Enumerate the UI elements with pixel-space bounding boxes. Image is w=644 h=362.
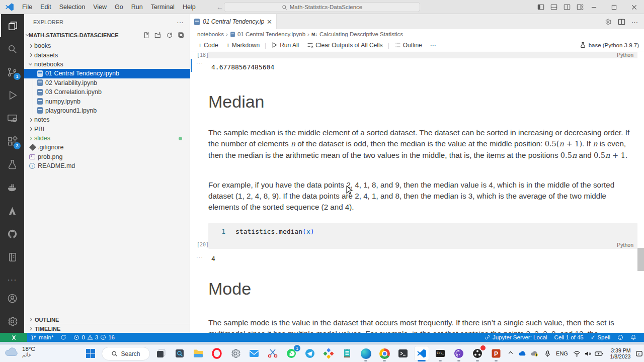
- tree-item-gitignore[interactable]: .gitignore: [24, 143, 190, 152]
- kernel-picker-button[interactable]: base (Python 3.9.7): [580, 42, 639, 48]
- edge-icon[interactable]: [359, 346, 373, 360]
- feedback-icon[interactable]: [614, 334, 627, 340]
- code-cell-bottom-strip[interactable]: Python: [208, 52, 637, 58]
- output-collapse-dots[interactable]: ···: [196, 60, 203, 66]
- maximize-button[interactable]: [604, 0, 624, 14]
- volume-muted-icon[interactable]: [583, 346, 593, 360]
- notebook-icon[interactable]: [0, 245, 24, 268]
- output-collapse-dots[interactable]: ···: [196, 254, 203, 260]
- minimize-button[interactable]: [584, 0, 604, 14]
- menu-edit[interactable]: Edit: [36, 0, 55, 14]
- clear-outputs-button[interactable]: Clear Outputs of All Cells: [304, 42, 385, 49]
- toggle-panel-icon[interactable]: [550, 4, 557, 11]
- chrome-icon[interactable]: [377, 346, 391, 360]
- onedrive-icon[interactable]: [517, 346, 528, 360]
- root-folder-row[interactable]: MATH-STATISTICS-DATASCIENCE: [24, 30, 190, 40]
- tree-item-02-variability[interactable]: 02 Variability.ipynb: [24, 78, 190, 87]
- tree-item-readme[interactable]: iREADME.md: [24, 161, 190, 170]
- menu-view[interactable]: View: [89, 0, 111, 14]
- tab-more-icon[interactable]: ···: [631, 18, 638, 26]
- jupyter-server-item[interactable]: Jupyter Server: Local: [481, 334, 551, 340]
- split-editor-icon[interactable]: [618, 18, 625, 26]
- spell-check-item[interactable]: ✓Spell: [587, 334, 614, 341]
- microphone-icon[interactable]: [542, 346, 552, 360]
- menu-terminal[interactable]: Terminal: [147, 0, 179, 14]
- collapse-all-icon[interactable]: [178, 32, 185, 39]
- menu-go[interactable]: Go: [111, 0, 127, 14]
- outline-button[interactable]: Outline: [391, 42, 425, 49]
- run-all-button[interactable]: Run All: [268, 42, 302, 49]
- add-markdown-cell-button[interactable]: +Markdown: [223, 42, 263, 49]
- telegram-icon[interactable]: [303, 346, 317, 360]
- clock-widget[interactable]: 3:39 PM 1/8/2023: [606, 346, 635, 360]
- cloud-warning-icon[interactable]: !: [529, 346, 540, 360]
- menu-run[interactable]: Run: [127, 0, 147, 14]
- terminal-icon[interactable]: [396, 346, 410, 360]
- taskbar-search[interactable]: Search: [102, 347, 150, 360]
- outline-panel-header[interactable]: OUTLINE: [24, 315, 190, 324]
- customize-layout-icon[interactable]: [577, 4, 584, 11]
- add-code-cell-button[interactable]: +Code: [195, 42, 221, 49]
- tree-item-slides[interactable]: slides: [24, 134, 190, 143]
- tree-item-notes[interactable]: notes: [24, 115, 190, 124]
- tree-item-03-correlation[interactable]: 03 Correlation.ipynb: [24, 87, 190, 97]
- tab-central-tendency[interactable]: 01 Central Tendency.ipynb ✕: [190, 14, 277, 29]
- source-control-icon[interactable]: 1: [0, 60, 24, 83]
- remote-indicator[interactable]: [0, 333, 27, 342]
- docker-icon[interactable]: [0, 176, 24, 199]
- gear-icon[interactable]: [604, 18, 612, 26]
- new-file-icon[interactable]: [143, 32, 150, 39]
- git-branch-item[interactable]: main*: [27, 334, 57, 340]
- snipping-tool-icon[interactable]: [266, 346, 280, 360]
- run-debug-icon[interactable]: [0, 83, 24, 107]
- language-indicator[interactable]: ENG: [553, 346, 571, 360]
- testing-icon[interactable]: [0, 153, 24, 176]
- tree-item-numpy[interactable]: numpy.ipynb: [24, 97, 190, 106]
- wifi-icon[interactable]: [572, 346, 582, 360]
- command-center-search[interactable]: Math-Statistics-DataScience: [224, 2, 420, 12]
- github-desktop-icon[interactable]: [452, 346, 466, 360]
- menu-help[interactable]: Help: [179, 0, 200, 14]
- breadcrumb-file[interactable]: 01 Central Tendency.ipynb: [237, 31, 305, 37]
- menu-selection[interactable]: Selection: [55, 0, 89, 14]
- sync-item[interactable]: [57, 334, 70, 340]
- weather-widget[interactable]: 18°C غائم: [4, 346, 35, 357]
- powerpoint-icon[interactable]: P: [489, 346, 503, 360]
- refresh-icon[interactable]: [166, 32, 173, 39]
- tree-item-playground1[interactable]: playground1.ipynb: [24, 106, 190, 115]
- tab-close-icon[interactable]: ✕: [267, 18, 272, 26]
- notepad-icon[interactable]: [340, 346, 354, 360]
- whatsapp-icon[interactable]: 1: [284, 346, 298, 360]
- nav-back-icon[interactable]: ←: [216, 3, 223, 11]
- vscode-icon[interactable]: [415, 346, 429, 360]
- close-button[interactable]: [624, 0, 644, 14]
- tray-chevron-up-icon[interactable]: [506, 346, 516, 360]
- code-cell[interactable]: 1 statistics.median(x) Python: [208, 223, 637, 249]
- code-line[interactable]: statistics.median(x): [235, 228, 314, 235]
- new-folder-icon[interactable]: [154, 32, 162, 39]
- settings-icon[interactable]: [228, 346, 243, 360]
- task-view-icon[interactable]: [154, 346, 168, 360]
- account-icon[interactable]: [0, 287, 24, 310]
- timeline-panel-header[interactable]: TIMELINE: [24, 324, 190, 333]
- notifications-bell-icon[interactable]: [627, 334, 640, 340]
- tree-item-01-central-tendency[interactable]: 01 Central Tendency.ipynb: [24, 69, 190, 78]
- file-explorer-icon[interactable]: [191, 346, 205, 360]
- toggle-secondary-sidebar-icon[interactable]: [564, 4, 571, 11]
- tree-item-prob-png[interactable]: prob.png: [24, 152, 190, 161]
- toggle-sidebar-icon[interactable]: [537, 4, 544, 11]
- toolbar-more-icon[interactable]: ···: [427, 42, 439, 49]
- notification-center-icon[interactable]: z: [635, 346, 643, 360]
- cmd-icon[interactable]: C:\_: [433, 346, 447, 360]
- tree-item-notebooks[interactable]: notebooks: [24, 60, 190, 69]
- problems-item[interactable]: 0 3 16: [70, 334, 118, 340]
- battery-icon[interactable]: [594, 346, 605, 360]
- scrollbar-thumb[interactable]: [637, 248, 644, 271]
- tree-item-books[interactable]: books: [24, 41, 190, 50]
- start-button[interactable]: [84, 346, 98, 360]
- screenshot-tool-icon[interactable]: [173, 346, 187, 360]
- breadcrumb-section[interactable]: Calculating Descriptive Statistics: [319, 31, 403, 37]
- atlassian-icon[interactable]: [0, 199, 24, 222]
- cell-position-item[interactable]: Cell 1 of 45: [551, 334, 587, 340]
- search-icon[interactable]: [0, 37, 24, 60]
